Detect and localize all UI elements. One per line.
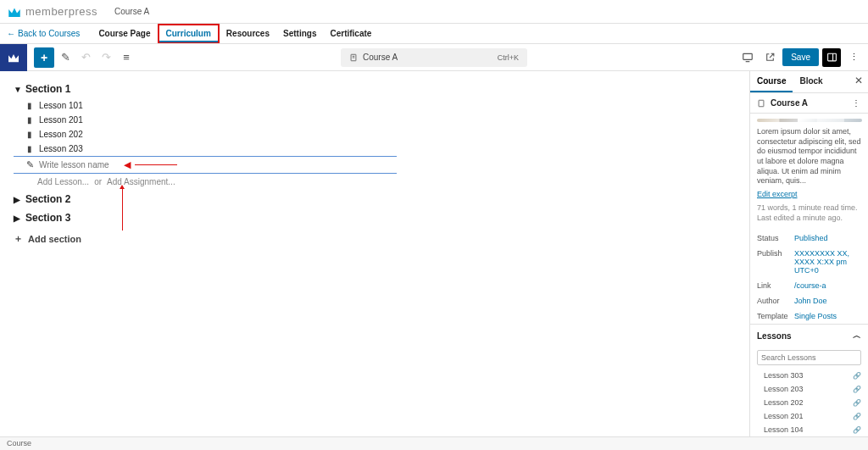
sidebar-lesson-item[interactable]: Lesson 303🔗 [750, 369, 868, 382]
annotation-line [135, 164, 177, 165]
document-icon [349, 53, 358, 62]
last-edited-meta: Last edited a minute ago. [750, 214, 868, 224]
caret-right-icon: ▶ [14, 195, 20, 204]
svg-rect-7 [759, 100, 764, 107]
edit-excerpt-link[interactable]: Edit excerpt [750, 190, 868, 203]
arrow-left-icon: ← [7, 29, 15, 38]
panel-icon [826, 52, 837, 63]
svg-rect-5 [827, 53, 836, 61]
undo-icon[interactable]: ↶ [76, 48, 95, 67]
sidebar-lesson-item[interactable]: Lesson 104🔗 [750, 423, 868, 436]
desktop-preview-icon[interactable] [738, 48, 757, 67]
lesson-row[interactable]: ▮ Lesson 101 [14, 98, 736, 113]
lesson-title: Lesson 202 [39, 130, 83, 139]
annotation-arrow-icon: ◀ [124, 159, 130, 170]
plus-icon: ＋ [14, 232, 23, 245]
page-icon: ▮ [25, 115, 34, 125]
editor-footer: Course [0, 436, 868, 450]
footer-breadcrumb[interactable]: Course [7, 439, 31, 447]
settings-sidebar: Course Block ✕ Course A ⋮ Lorem ipsum do… [749, 71, 868, 436]
caret-right-icon: ▶ [14, 214, 20, 223]
command-bar-title: Course A [363, 53, 398, 62]
new-lesson-input[interactable] [39, 158, 115, 171]
tab-resources[interactable]: Resources [220, 25, 276, 42]
link-icon: 🔗 [853, 426, 861, 434]
sidebar-course-title: Course A [771, 98, 847, 108]
section-title: Section 1 [25, 83, 70, 95]
toolbar-right: Save ⋮ [738, 48, 868, 67]
document-icon [757, 99, 765, 108]
sidebar-tab-block[interactable]: Block [793, 71, 829, 92]
outline-icon[interactable]: ≡ [117, 48, 136, 67]
featured-image[interactable] [757, 119, 862, 122]
brand-text: memberpress [25, 5, 97, 18]
command-bar-shortcut: Ctrl+K [498, 53, 519, 62]
add-section-label: Add section [28, 234, 81, 244]
new-lesson-row: ✎ ◀ [14, 156, 397, 174]
section-header-1[interactable]: ▼ Section 1 [14, 80, 736, 98]
save-button[interactable]: Save [782, 48, 819, 66]
lesson-row[interactable]: ▮ Lesson 203 [14, 142, 736, 156]
add-block-button[interactable]: + [34, 47, 54, 68]
link-icon: 🔗 [853, 399, 861, 407]
header-course-name: Course A [114, 7, 149, 16]
lessons-panel-title: Lessons [757, 331, 792, 341]
tab-certificate[interactable]: Certificate [323, 25, 378, 42]
lessons-search [757, 350, 861, 365]
lesson-row[interactable]: ▮ Lesson 202 [14, 127, 736, 142]
brand-logo: memberpress [7, 4, 97, 19]
word-count-meta: 71 words, 1 minute read time. [750, 203, 868, 214]
sidebar-lesson-item[interactable]: Lesson 201🔗 [750, 409, 868, 423]
sidebar-tab-course[interactable]: Course [750, 71, 793, 92]
add-lesson-link[interactable]: Add Lesson... [37, 177, 89, 186]
redo-icon[interactable]: ↷ [97, 48, 115, 67]
chevron-up-icon: ︿ [853, 330, 861, 342]
tab-curriculum[interactable]: Curriculum [158, 24, 220, 43]
lesson-title: Lesson 203 [39, 144, 83, 153]
link-row[interactable]: Link/course-a [750, 278, 868, 293]
sidebar-lesson-item[interactable]: Lesson 203🔗 [750, 382, 868, 396]
toggle-sidebar-button[interactable] [822, 48, 841, 67]
caret-down-icon: ▼ [14, 85, 20, 94]
publish-row[interactable]: PublishXXXXXXXX XX, XXXX X:XX pm UTC+0 [750, 246, 868, 278]
sidebar-course-more[interactable]: ⋮ [852, 98, 861, 108]
template-row[interactable]: TemplateSingle Posts [750, 308, 868, 324]
lesson-title: Lesson 201 [39, 115, 83, 125]
curriculum-editor: ▼ Section 1 ▮ Lesson 101 ▮ Lesson 201 ▮ … [0, 71, 749, 436]
back-to-courses-link[interactable]: ← Back to Courses [7, 29, 80, 38]
lessons-search-input[interactable] [757, 350, 861, 365]
course-description: Lorem ipsum dolor sit amet, consectetur … [750, 127, 868, 190]
main-area: ▼ Section 1 ▮ Lesson 101 ▮ Lesson 201 ▮ … [0, 71, 868, 436]
sidebar-tabs: Course Block ✕ [750, 71, 868, 93]
app-header: memberpress Course A [0, 0, 868, 24]
external-link-icon [765, 52, 776, 63]
pencil-icon: ✎ [25, 159, 34, 170]
svg-rect-3 [743, 53, 753, 59]
link-icon: 🔗 [853, 386, 861, 393]
memberpress-small-icon [7, 51, 20, 64]
tab-course-page[interactable]: Course Page [92, 25, 157, 42]
command-bar[interactable]: Course A Ctrl+K [341, 48, 527, 67]
mp-home-button[interactable] [0, 44, 27, 71]
page-icon: ▮ [25, 144, 34, 153]
page-icon: ▮ [25, 101, 34, 110]
author-row[interactable]: AuthorJohn Doe [750, 293, 868, 308]
lesson-title: Lesson 101 [39, 101, 83, 110]
status-row[interactable]: StatusPublished [750, 231, 868, 246]
page-icon: ▮ [25, 130, 34, 139]
edit-mode-icon[interactable]: ✎ [56, 48, 75, 67]
add-assignment-link[interactable]: Add Assignment... [107, 177, 175, 186]
lessons-panel-header[interactable]: Lessons ︿ [750, 324, 868, 347]
editor-toolbar: + ✎ ↶ ↷ ≡ Course A Ctrl+K Save ⋮ [0, 44, 868, 71]
sidebar-close-button[interactable]: ✕ [849, 71, 868, 92]
add-section-button[interactable]: ＋ Add section [14, 227, 736, 250]
lesson-row[interactable]: ▮ Lesson 201 [14, 113, 736, 127]
tab-settings[interactable]: Settings [276, 25, 323, 42]
section-title: Section 2 [25, 193, 70, 205]
section-title: Section 3 [25, 212, 70, 224]
external-preview-icon[interactable] [760, 48, 779, 67]
sidebar-lesson-item[interactable]: Lesson 202🔗 [750, 396, 868, 409]
monitor-icon [742, 52, 754, 64]
toolbar-left: + ✎ ↶ ↷ ≡ [0, 44, 136, 71]
more-menu-button[interactable]: ⋮ [844, 48, 863, 67]
